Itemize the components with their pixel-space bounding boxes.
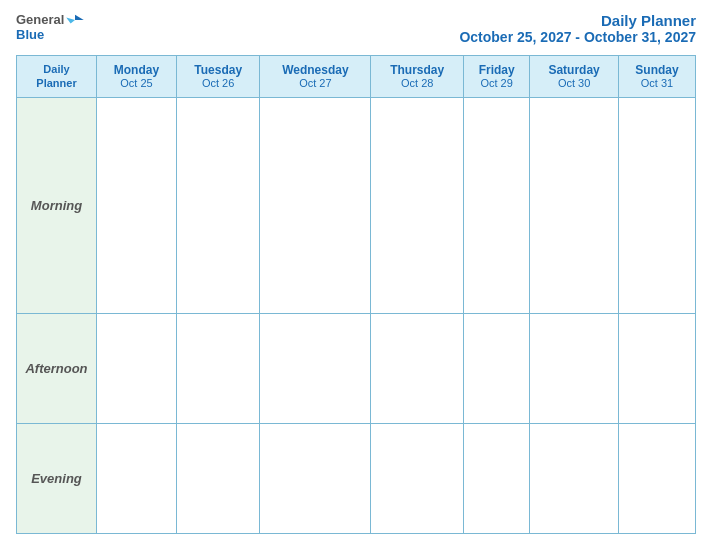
cell-afternoon-sunday[interactable]: [618, 314, 695, 424]
cell-afternoon-friday[interactable]: [464, 314, 530, 424]
logo: General: [16, 12, 84, 27]
row-afternoon: Afternoon: [17, 314, 696, 424]
header-cell-monday: Monday Oct 25: [97, 56, 177, 98]
row-label-evening: Evening: [17, 424, 97, 534]
cell-morning-friday[interactable]: [464, 97, 530, 313]
cell-evening-friday[interactable]: [464, 424, 530, 534]
cell-evening-wednesday[interactable]: [260, 424, 371, 534]
logo-blue-text: Blue: [16, 27, 44, 42]
header-cell-thursday: Thursday Oct 28: [371, 56, 464, 98]
page-header: General Blue Daily Planner October 25, 2…: [16, 12, 696, 45]
cell-afternoon-tuesday[interactable]: [176, 314, 260, 424]
svg-marker-0: [75, 14, 84, 19]
cell-evening-saturday[interactable]: [530, 424, 619, 534]
cell-morning-saturday[interactable]: [530, 97, 619, 313]
header-cell-friday: Friday Oct 29: [464, 56, 530, 98]
row-label-afternoon: Afternoon: [17, 314, 97, 424]
header-cell-label: DailyPlanner: [17, 56, 97, 98]
cell-evening-tuesday[interactable]: [176, 424, 260, 534]
cell-morning-sunday[interactable]: [618, 97, 695, 313]
header-cell-sunday: Sunday Oct 31: [618, 56, 695, 98]
cell-evening-thursday[interactable]: [371, 424, 464, 534]
logo-bird-icon: [66, 13, 84, 27]
cell-morning-tuesday[interactable]: [176, 97, 260, 313]
title-area: Daily Planner October 25, 2027 - October…: [459, 12, 696, 45]
logo-area: General Blue: [16, 12, 84, 42]
calendar-subtitle: October 25, 2027 - October 31, 2027: [459, 29, 696, 45]
cell-morning-wednesday[interactable]: [260, 97, 371, 313]
cell-afternoon-saturday[interactable]: [530, 314, 619, 424]
header-cell-wednesday: Wednesday Oct 27: [260, 56, 371, 98]
calendar-title: Daily Planner: [459, 12, 696, 29]
header-cell-tuesday: Tuesday Oct 26: [176, 56, 260, 98]
daily-planner-header-label: DailyPlanner: [36, 63, 76, 89]
cell-afternoon-thursday[interactable]: [371, 314, 464, 424]
svg-marker-1: [67, 17, 76, 23]
calendar-table: DailyPlanner Monday Oct 25 Tuesday Oct 2…: [16, 55, 696, 534]
cell-evening-sunday[interactable]: [618, 424, 695, 534]
cell-afternoon-wednesday[interactable]: [260, 314, 371, 424]
cell-evening-monday[interactable]: [97, 424, 177, 534]
cell-morning-thursday[interactable]: [371, 97, 464, 313]
cell-afternoon-monday[interactable]: [97, 314, 177, 424]
header-cell-saturday: Saturday Oct 30: [530, 56, 619, 98]
cell-morning-monday[interactable]: [97, 97, 177, 313]
row-label-morning: Morning: [17, 97, 97, 313]
logo-general-text: General: [16, 12, 64, 27]
row-evening: Evening: [17, 424, 696, 534]
row-morning: Morning: [17, 97, 696, 313]
